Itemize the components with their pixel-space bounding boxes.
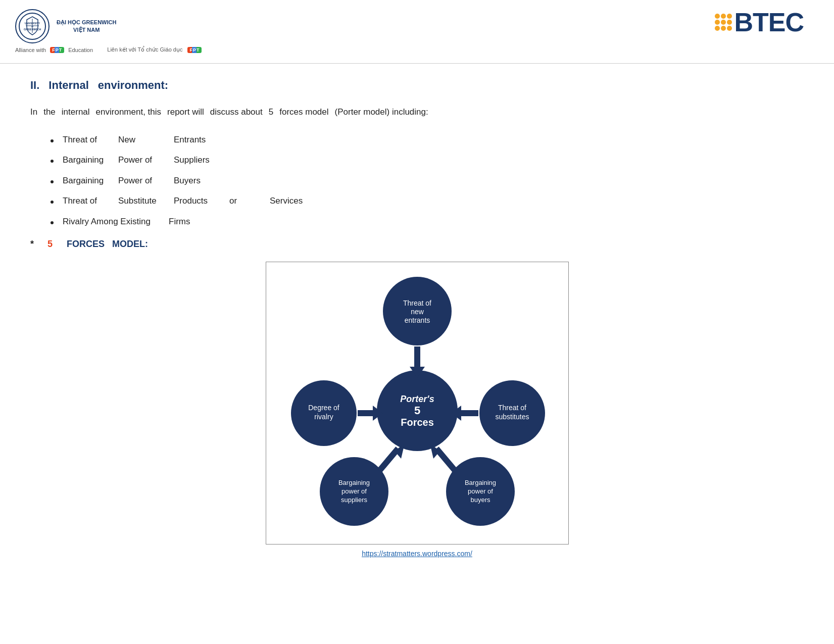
lien-ket-prefix: Liên kết với Tổ chức Giáo dục: [107, 46, 182, 53]
list-item-4: Threat of Substitute Products or Service…: [51, 193, 804, 209]
svg-text:power of: power of: [341, 487, 367, 495]
bullet-text-5: Rivalry Among Existing Firms: [63, 214, 214, 230]
section-number: II.: [30, 79, 39, 92]
forces-heading: * 5 FORCES MODEL:: [30, 239, 804, 250]
svg-text:Threat of: Threat of: [403, 299, 431, 307]
bullet-2-col3: Suppliers: [174, 153, 219, 168]
intro-word-7: 5: [269, 103, 273, 121]
intro-word-9: (Porter model) including:: [335, 103, 428, 121]
svg-text:Threat of: Threat of: [498, 404, 526, 412]
svg-text:buyers: buyers: [470, 496, 490, 504]
fpt-badge-2: FPT: [187, 47, 202, 53]
bullet-4-col2: Substitute: [118, 193, 164, 209]
bullet-4-col3: Products: [174, 193, 219, 209]
dai-hoc-line2: VIỆT NAM: [73, 26, 100, 34]
btec-dot-9: [727, 26, 732, 31]
alliance-education: Education: [68, 47, 93, 53]
source-url[interactable]: https://stratmatters.wordpress.com/: [362, 550, 472, 558]
list-item-2: Bargaining Power of Suppliers: [51, 153, 804, 168]
svg-text:suppliers: suppliers: [340, 496, 367, 504]
bullet-1-col2: New: [118, 132, 164, 148]
diagram-box: Porter's 5 Forces Threat of new entrants…: [266, 262, 569, 544]
bullet-text-1: Threat of New Entrants: [63, 132, 219, 148]
bullet-3-col2: Power of: [118, 173, 164, 189]
btec-dot-2: [721, 14, 726, 19]
svg-text:Bargaining: Bargaining: [464, 479, 496, 486]
btec-dot-1: [715, 14, 720, 19]
btec-dot-8: [721, 26, 726, 31]
forces-star: *: [30, 239, 42, 250]
forces-word2: MODEL:: [112, 239, 148, 250]
dai-hoc-info: ĐẠI HỌC GREENWICH VIỆT NAM: [57, 19, 116, 34]
logo-row: UNIVERSITY of GREENWICH ĐẠI HỌC GREENWIC…: [15, 9, 202, 43]
svg-text:substitutes: substitutes: [495, 413, 529, 421]
btec-dot-3: [727, 14, 732, 19]
main-content: II. Internal environment: In the interna…: [0, 69, 834, 568]
btec-dots: [715, 14, 732, 31]
bullet-dot-5: [51, 221, 54, 224]
svg-text:5: 5: [414, 404, 420, 417]
bullet-1-col1: Threat of: [63, 132, 108, 148]
bullet-2-col1: Bargaining: [63, 153, 108, 168]
bullet-text-2: Bargaining Power of Suppliers: [63, 153, 219, 168]
btec-logo: BTEC: [715, 9, 804, 35]
bullet-2-col2: Power of: [118, 153, 164, 168]
svg-text:Bargaining: Bargaining: [338, 479, 369, 486]
btec-dot-6: [727, 20, 732, 25]
svg-text:GREENWICH: GREENWICH: [24, 28, 41, 31]
forces-number: 5: [47, 239, 62, 250]
intro-word-4: environment, this: [96, 103, 161, 121]
section-title-2: environment:: [98, 79, 168, 92]
intro-paragraph: In the internal environment, this report…: [30, 103, 804, 121]
university-logo-inner: UNIVERSITY of GREENWICH: [19, 13, 46, 40]
bullet-3-col1: Bargaining: [63, 173, 108, 189]
svg-text:power of: power of: [468, 487, 493, 495]
bullet-text-3: Bargaining Power of Buyers: [63, 173, 219, 189]
source-link[interactable]: https://stratmatters.wordpress.com/: [362, 550, 472, 558]
btec-dot-4: [715, 20, 720, 25]
intro-word-6: discuss about: [210, 103, 263, 121]
svg-text:new: new: [411, 308, 424, 316]
section-heading: II. Internal environment:: [30, 79, 804, 92]
intro-word-5: report will: [167, 103, 204, 121]
alliance-prefix: Alliance with: [15, 47, 46, 53]
fpt-badge-1: FPT: [50, 47, 64, 53]
university-logo-svg: UNIVERSITY of GREENWICH: [19, 13, 46, 40]
header-divider: [0, 63, 834, 64]
btec-dot-7: [715, 26, 720, 31]
intro-word-2: the: [43, 103, 56, 121]
list-item-5: Rivalry Among Existing Firms: [51, 214, 804, 230]
svg-text:rivalry: rivalry: [314, 413, 333, 421]
university-logo: UNIVERSITY of GREENWICH: [15, 9, 50, 43]
bullet-5-col1: Rivalry Among Existing: [63, 214, 159, 230]
list-item-3: Bargaining Power of Buyers: [51, 173, 804, 189]
dai-hoc-line1: ĐẠI HỌC GREENWICH: [57, 19, 116, 26]
porter-diagram-svg: Porter's 5 Forces Threat of new entrants…: [276, 272, 559, 534]
bullet-dot-3: [51, 180, 54, 183]
alliance-row: Alliance with FPT Education Liên kết với…: [15, 46, 202, 53]
bullet-1-col3: Entrants: [174, 132, 219, 148]
section-title-1: Internal: [48, 79, 88, 92]
bullet-list: Threat of New Entrants Bargaining Power …: [51, 132, 804, 230]
forces-word1: FORCES: [67, 239, 107, 250]
svg-text:Porter's: Porter's: [400, 394, 434, 404]
diagram-container: Porter's 5 Forces Threat of new entrants…: [30, 262, 804, 558]
bullet-3-col3: Buyers: [174, 173, 219, 189]
page-header: UNIVERSITY of GREENWICH ĐẠI HỌC GREENWIC…: [0, 0, 834, 58]
bullet-dot-1: [51, 139, 54, 142]
list-item-1: Threat of New Entrants: [51, 132, 804, 148]
svg-text:Degree of: Degree of: [308, 404, 339, 412]
btec-text: BTEC: [734, 9, 804, 35]
header-left: UNIVERSITY of GREENWICH ĐẠI HỌC GREENWIC…: [15, 9, 202, 53]
svg-text:Forces: Forces: [401, 417, 434, 428]
svg-text:entrants: entrants: [404, 316, 430, 324]
bullet-text-4: Threat of Substitute Products or Service…: [63, 193, 315, 209]
svg-text:UNIVERSITY: UNIVERSITY: [25, 22, 40, 25]
intro-word-8: forces model: [279, 103, 328, 121]
bullet-4-col1: Threat of: [63, 193, 108, 209]
bullet-5-col2: Firms: [169, 214, 214, 230]
bullet-4-col4: or: [229, 193, 260, 209]
bullet-4-col5: Services: [270, 193, 315, 209]
intro-word-1: In: [30, 103, 37, 121]
bullet-dot-4: [51, 201, 54, 204]
